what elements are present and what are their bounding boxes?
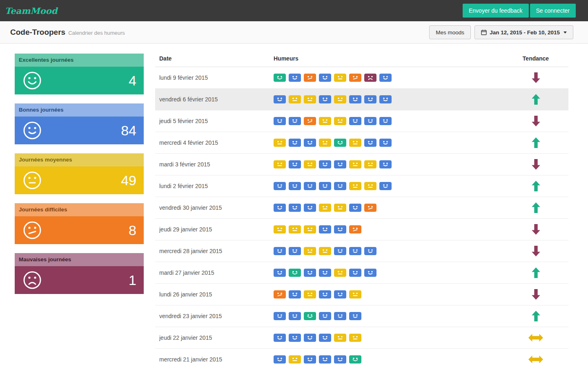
mood-chip-average [319,247,331,255]
table-row[interactable]: mardi 3 février 2015 [155,154,568,175]
mood-chip-good [319,160,331,168]
row-date: vendredi 23 janvier 2015 [155,313,274,319]
table-row[interactable]: mercredi 28 janvier 2015 [155,240,568,262]
row-trend [503,180,568,192]
mood-chip-good [319,290,331,298]
table-row[interactable]: vendredi 23 janvier 2015 [155,305,568,327]
mood-chip-good [274,204,286,212]
mood-chip-good [334,225,346,233]
caret-down-icon [564,31,567,34]
date-range-picker[interactable]: Jan 12, 2015 - Feb 10, 2015 [474,25,573,39]
mood-summary-card-bad: Mauvaises journées 1 [15,253,144,294]
table-row[interactable]: vendredi 30 janvier 2015 [155,197,568,219]
mood-chip-average [304,95,316,103]
row-moods [274,290,503,298]
header-actions: Mes moods Jan 12, 2015 - Feb 10, 2015 [429,25,573,39]
row-moods [274,247,503,255]
mood-chip-good [334,160,346,168]
table-row[interactable]: mardi 27 janvier 2015 [155,262,568,284]
difficult-face-icon [23,221,42,240]
send-feedback-button[interactable]: Envoyer du feedback [463,4,529,18]
mood-summary-card-difficult: Journées difficiles 8 [15,203,144,244]
row-date: lundi 26 janvier 2015 [155,291,274,298]
row-date: vendredi 6 février 2015 [155,96,274,103]
mood-chip-good [274,355,286,364]
table-header: Date Humeurs Tendance [155,54,568,67]
mood-chip-average [289,225,301,233]
mood-chip-good [349,95,361,103]
trend-up-icon [531,267,541,278]
table-row[interactable]: lundi 2 février 2015 [155,175,568,197]
app-logo[interactable]: TeamMood [5,6,57,16]
mood-chip-average [334,334,346,342]
mood-chip-good [319,312,331,320]
mood-chip-excellent [274,74,286,82]
mood-chip-good [319,269,331,277]
mood-chip-average [319,204,331,212]
mood-chip-good [274,269,286,277]
team-name: Code-Troopers [10,28,65,36]
row-trend [503,159,568,170]
mood-chip-excellent [304,312,316,320]
row-trend [503,115,568,127]
mood-count: 84 [121,123,136,139]
mood-chip-good [304,204,316,212]
row-date: jeudi 22 janvier 2015 [155,334,274,341]
table-row[interactable]: mercredi 21 janvier 2015 [155,349,568,368]
mood-chip-average [304,290,316,298]
mood-chip-good [319,334,331,342]
table-row[interactable]: jeudi 5 février 2015 [155,110,568,132]
mood-chip-good [349,269,361,277]
row-date: jeudi 29 janvier 2015 [155,226,274,233]
excellent-face-icon [23,71,42,90]
row-trend [503,355,568,364]
login-button[interactable]: Se connecter [530,4,576,18]
mood-count: 49 [121,173,136,188]
mood-summary-card-good: Bonnes journées 84 [15,103,144,144]
table-row[interactable]: lundi 9 février 2015 [155,67,568,89]
row-date: lundi 9 février 2015 [155,74,274,81]
mood-chip-good [304,334,316,342]
mood-chip-good [379,182,392,190]
table-row[interactable]: jeudi 29 janvier 2015 [155,219,568,240]
mood-summary-card-excellent: Excellentes journées 4 [15,54,144,94]
content-area: Excellentes journées 4 Bonnes journées 8… [0,44,588,368]
mood-chip-good [319,225,331,233]
table-row[interactable]: jeudi 22 janvier 2015 [155,327,568,349]
mood-chip-good [319,74,331,82]
my-moods-button[interactable]: Mes moods [429,25,471,39]
row-moods [274,74,503,82]
row-trend [503,310,568,322]
mood-chip-difficult [349,225,361,233]
mood-chip-good [334,290,346,298]
trend-up-icon [531,137,541,148]
mood-chip-good [289,204,301,212]
row-trend [503,245,568,257]
mood-count: 8 [129,222,136,238]
mood-chip-excellent [349,355,361,364]
row-trend [503,224,568,235]
mood-chip-good [304,182,316,190]
trend-down-icon [531,245,541,257]
mood-chip-difficult [274,290,286,298]
mood-chip-good [289,117,301,125]
mood-chip-average [334,117,346,125]
table-row[interactable]: lundi 26 janvier 2015 [155,284,568,305]
table-row[interactable]: mercredi 4 février 2015 [155,132,568,154]
mood-chip-average [304,225,316,233]
mood-chip-good [319,182,331,190]
page-header: Code-TroopersCalendrier des humeurs Mes … [0,21,588,44]
mood-chip-good [379,74,392,82]
mood-chip-good [274,312,286,320]
mood-chip-good [379,139,392,147]
mood-chip-good [274,334,286,342]
mood-chip-excellent [289,269,301,277]
mood-chip-good [289,312,301,320]
mood-chip-good [334,182,346,190]
table-row[interactable]: vendredi 6 février 2015 [155,89,568,110]
mood-summary-sidebar: Excellentes journées 4 Bonnes journées 8… [15,54,144,303]
mood-chip-average [319,139,331,147]
column-header-date: Date [155,55,274,62]
row-date: mardi 3 février 2015 [155,161,274,168]
row-date: jeudi 5 février 2015 [155,118,274,124]
